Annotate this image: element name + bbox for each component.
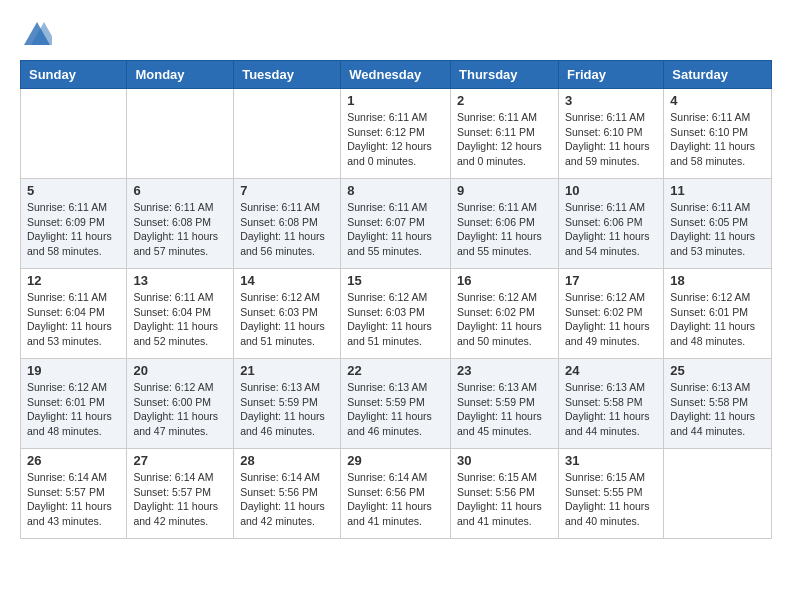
sunrise-text: Sunrise: 6:11 AM: [670, 201, 750, 213]
daylight-text: Daylight: 11 hours and 41 minutes.: [457, 500, 542, 527]
sunrise-text: Sunrise: 6:13 AM: [347, 381, 427, 393]
sunrise-text: Sunrise: 6:11 AM: [27, 291, 107, 303]
daylight-text: Daylight: 11 hours and 58 minutes.: [27, 230, 112, 257]
calendar-day-22: 22Sunrise: 6:13 AMSunset: 5:59 PMDayligh…: [341, 359, 451, 449]
day-info: Sunrise: 6:11 AMSunset: 6:10 PMDaylight:…: [670, 110, 765, 169]
day-number: 31: [565, 453, 657, 468]
day-info: Sunrise: 6:12 AMSunset: 6:02 PMDaylight:…: [565, 290, 657, 349]
sunrise-text: Sunrise: 6:12 AM: [133, 381, 213, 393]
daylight-text: Daylight: 11 hours and 46 minutes.: [240, 410, 325, 437]
day-info: Sunrise: 6:15 AMSunset: 5:55 PMDaylight:…: [565, 470, 657, 529]
day-info: Sunrise: 6:13 AMSunset: 5:58 PMDaylight:…: [565, 380, 657, 439]
sunrise-text: Sunrise: 6:12 AM: [347, 291, 427, 303]
day-info: Sunrise: 6:11 AMSunset: 6:12 PMDaylight:…: [347, 110, 444, 169]
day-info: Sunrise: 6:11 AMSunset: 6:06 PMDaylight:…: [565, 200, 657, 259]
daylight-text: Daylight: 11 hours and 53 minutes.: [670, 230, 755, 257]
calendar-day-18: 18Sunrise: 6:12 AMSunset: 6:01 PMDayligh…: [664, 269, 772, 359]
day-number: 28: [240, 453, 334, 468]
day-number: 17: [565, 273, 657, 288]
sunrise-text: Sunrise: 6:12 AM: [27, 381, 107, 393]
daylight-text: Daylight: 11 hours and 53 minutes.: [27, 320, 112, 347]
day-number: 4: [670, 93, 765, 108]
sunrise-text: Sunrise: 6:11 AM: [347, 201, 427, 213]
day-info: Sunrise: 6:11 AMSunset: 6:10 PMDaylight:…: [565, 110, 657, 169]
calendar-day-17: 17Sunrise: 6:12 AMSunset: 6:02 PMDayligh…: [558, 269, 663, 359]
day-number: 12: [27, 273, 120, 288]
daylight-text: Daylight: 11 hours and 41 minutes.: [347, 500, 432, 527]
daylight-text: Daylight: 11 hours and 46 minutes.: [347, 410, 432, 437]
day-info: Sunrise: 6:13 AMSunset: 5:59 PMDaylight:…: [457, 380, 552, 439]
sunset-text: Sunset: 6:06 PM: [565, 216, 643, 228]
page-header: [20, 20, 772, 50]
sunrise-text: Sunrise: 6:12 AM: [670, 291, 750, 303]
calendar-day-15: 15Sunrise: 6:12 AMSunset: 6:03 PMDayligh…: [341, 269, 451, 359]
calendar-day-8: 8Sunrise: 6:11 AMSunset: 6:07 PMDaylight…: [341, 179, 451, 269]
sunrise-text: Sunrise: 6:14 AM: [347, 471, 427, 483]
calendar-day-2: 2Sunrise: 6:11 AMSunset: 6:11 PMDaylight…: [451, 89, 559, 179]
day-info: Sunrise: 6:12 AMSunset: 6:03 PMDaylight:…: [240, 290, 334, 349]
day-number: 23: [457, 363, 552, 378]
calendar-day-12: 12Sunrise: 6:11 AMSunset: 6:04 PMDayligh…: [21, 269, 127, 359]
day-info: Sunrise: 6:11 AMSunset: 6:04 PMDaylight:…: [27, 290, 120, 349]
calendar-day-24: 24Sunrise: 6:13 AMSunset: 5:58 PMDayligh…: [558, 359, 663, 449]
day-info: Sunrise: 6:11 AMSunset: 6:08 PMDaylight:…: [240, 200, 334, 259]
calendar-empty-cell: [664, 449, 772, 539]
day-info: Sunrise: 6:12 AMSunset: 6:03 PMDaylight:…: [347, 290, 444, 349]
sunset-text: Sunset: 5:57 PM: [27, 486, 105, 498]
sunset-text: Sunset: 6:10 PM: [670, 126, 748, 138]
sunrise-text: Sunrise: 6:11 AM: [457, 201, 537, 213]
day-info: Sunrise: 6:14 AMSunset: 5:56 PMDaylight:…: [240, 470, 334, 529]
calendar-day-7: 7Sunrise: 6:11 AMSunset: 6:08 PMDaylight…: [234, 179, 341, 269]
sunrise-text: Sunrise: 6:13 AM: [565, 381, 645, 393]
daylight-text: Daylight: 12 hours and 0 minutes.: [457, 140, 542, 167]
day-info: Sunrise: 6:13 AMSunset: 5:59 PMDaylight:…: [240, 380, 334, 439]
sunset-text: Sunset: 6:12 PM: [347, 126, 425, 138]
weekday-header-thursday: Thursday: [451, 61, 559, 89]
calendar-day-28: 28Sunrise: 6:14 AMSunset: 5:56 PMDayligh…: [234, 449, 341, 539]
calendar-day-13: 13Sunrise: 6:11 AMSunset: 6:04 PMDayligh…: [127, 269, 234, 359]
day-info: Sunrise: 6:12 AMSunset: 6:00 PMDaylight:…: [133, 380, 227, 439]
day-info: Sunrise: 6:13 AMSunset: 5:58 PMDaylight:…: [670, 380, 765, 439]
sunrise-text: Sunrise: 6:11 AM: [133, 291, 213, 303]
daylight-text: Daylight: 11 hours and 44 minutes.: [565, 410, 650, 437]
daylight-text: Daylight: 11 hours and 48 minutes.: [670, 320, 755, 347]
day-number: 18: [670, 273, 765, 288]
calendar-day-23: 23Sunrise: 6:13 AMSunset: 5:59 PMDayligh…: [451, 359, 559, 449]
calendar-day-10: 10Sunrise: 6:11 AMSunset: 6:06 PMDayligh…: [558, 179, 663, 269]
day-info: Sunrise: 6:11 AMSunset: 6:07 PMDaylight:…: [347, 200, 444, 259]
sunset-text: Sunset: 5:58 PM: [670, 396, 748, 408]
sunset-text: Sunset: 6:07 PM: [347, 216, 425, 228]
weekday-header-row: SundayMondayTuesdayWednesdayThursdayFrid…: [21, 61, 772, 89]
weekday-header-wednesday: Wednesday: [341, 61, 451, 89]
sunrise-text: Sunrise: 6:15 AM: [457, 471, 537, 483]
daylight-text: Daylight: 11 hours and 44 minutes.: [670, 410, 755, 437]
calendar-day-3: 3Sunrise: 6:11 AMSunset: 6:10 PMDaylight…: [558, 89, 663, 179]
sunrise-text: Sunrise: 6:11 AM: [240, 201, 320, 213]
calendar-day-26: 26Sunrise: 6:14 AMSunset: 5:57 PMDayligh…: [21, 449, 127, 539]
sunset-text: Sunset: 6:01 PM: [27, 396, 105, 408]
day-number: 10: [565, 183, 657, 198]
calendar-week-row: 12Sunrise: 6:11 AMSunset: 6:04 PMDayligh…: [21, 269, 772, 359]
sunset-text: Sunset: 6:02 PM: [457, 306, 535, 318]
daylight-text: Daylight: 11 hours and 58 minutes.: [670, 140, 755, 167]
calendar-day-25: 25Sunrise: 6:13 AMSunset: 5:58 PMDayligh…: [664, 359, 772, 449]
day-info: Sunrise: 6:12 AMSunset: 6:02 PMDaylight:…: [457, 290, 552, 349]
calendar-empty-cell: [234, 89, 341, 179]
day-number: 22: [347, 363, 444, 378]
daylight-text: Daylight: 11 hours and 56 minutes.: [240, 230, 325, 257]
sunrise-text: Sunrise: 6:11 AM: [565, 201, 645, 213]
day-number: 11: [670, 183, 765, 198]
sunset-text: Sunset: 6:04 PM: [27, 306, 105, 318]
sunrise-text: Sunrise: 6:12 AM: [457, 291, 537, 303]
sunset-text: Sunset: 6:08 PM: [240, 216, 318, 228]
sunset-text: Sunset: 5:57 PM: [133, 486, 211, 498]
daylight-text: Daylight: 11 hours and 43 minutes.: [27, 500, 112, 527]
day-info: Sunrise: 6:12 AMSunset: 6:01 PMDaylight:…: [670, 290, 765, 349]
day-number: 3: [565, 93, 657, 108]
daylight-text: Daylight: 11 hours and 47 minutes.: [133, 410, 218, 437]
day-info: Sunrise: 6:11 AMSunset: 6:06 PMDaylight:…: [457, 200, 552, 259]
calendar-week-row: 19Sunrise: 6:12 AMSunset: 6:01 PMDayligh…: [21, 359, 772, 449]
calendar-day-19: 19Sunrise: 6:12 AMSunset: 6:01 PMDayligh…: [21, 359, 127, 449]
sunrise-text: Sunrise: 6:11 AM: [670, 111, 750, 123]
day-number: 19: [27, 363, 120, 378]
